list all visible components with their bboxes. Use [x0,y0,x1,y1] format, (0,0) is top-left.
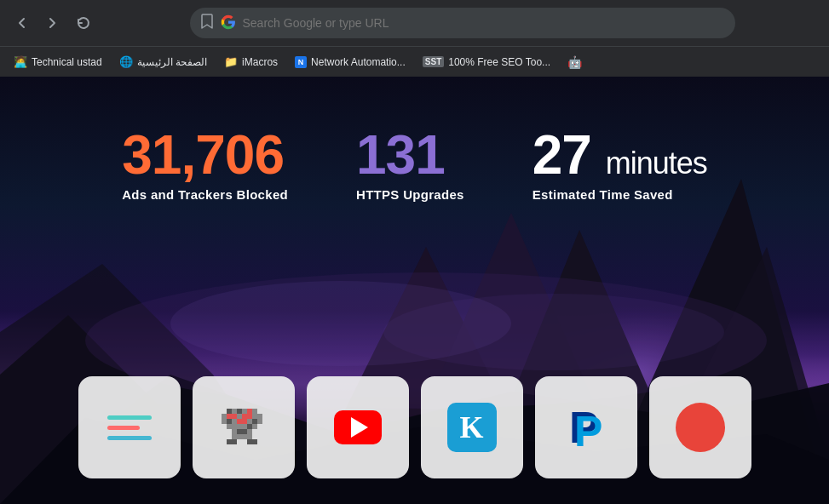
quick-access-tiles: K P P [0,376,829,478]
tile-streamline[interactable] [78,376,181,478]
svg-rect-34 [247,419,252,424]
svg-rect-46 [247,429,252,434]
svg-rect-40 [242,424,247,429]
bookmark-extensions[interactable]: 🤖 [561,52,589,72]
time-saved-number: 27 minutes [533,128,707,182]
svg-rect-38 [232,424,237,429]
svg-rect-48 [237,434,242,439]
sst-icon: SST [423,56,444,67]
svg-rect-47 [232,434,237,439]
robot-app-icon [216,400,271,455]
stats-section: 31,706 Ads and Trackers Blocked 131 HTTP… [0,128,829,202]
reload-button[interactable] [72,11,95,35]
robot-icon: 🤖 [567,55,582,69]
blue-square-icon: N [295,56,307,68]
red-circle-icon [673,400,728,455]
svg-rect-49 [242,434,247,439]
svg-rect-53 [247,439,252,444]
browser-toolbar [0,0,829,46]
svg-rect-33 [242,419,247,424]
bookmark-imacros[interactable]: 📁 iMacros [217,52,285,72]
nav-buttons [10,11,95,35]
ads-blocked-label: Ads and Trackers Blocked [122,187,288,202]
svg-rect-22 [227,414,232,419]
ads-blocked-number: 31,706 [122,128,288,182]
klarna-icon: K [445,400,499,455]
svg-rect-39 [237,424,242,429]
folder-icon: 📁 [224,55,238,68]
bookmark-technical-ustad[interactable]: 🧑‍💻 Technical ustad [7,52,109,72]
svg-rect-42 [252,424,257,429]
bookmark-label: iMacros [242,56,278,68]
svg-rect-50 [247,434,252,439]
bookmarks-bar: 🧑‍💻 Technical ustad 🌐 الصفحة الرئيسية 📁 … [0,46,829,77]
svg-rect-54 [252,439,257,444]
youtube-icon [331,400,385,455]
https-label: HTTPS Upgrades [356,187,464,202]
globe-icon: 🌐 [119,55,133,68]
ads-blocked-stat: 31,706 Ads and Trackers Blocked [122,128,288,202]
back-button[interactable] [10,11,34,35]
https-upgrades-stat: 131 HTTPS Upgrades [356,128,464,202]
svg-rect-32 [237,419,242,424]
bookmark-label: الصفحة الرئيسية [137,56,207,68]
svg-rect-20 [252,409,257,414]
svg-rect-44 [237,429,242,434]
svg-rect-25 [242,414,247,419]
svg-rect-45 [242,429,247,434]
svg-rect-51 [227,439,232,444]
tile-robot-app[interactable] [193,376,295,478]
search-input[interactable] [243,16,725,30]
bookmark-label: Technical ustad [32,56,102,68]
svg-rect-26 [247,414,252,419]
time-saved-label: Estimated Time Saved [533,187,707,202]
paypal-icon: P P [559,400,613,455]
svg-rect-24 [237,414,242,419]
svg-rect-31 [232,419,237,424]
svg-rect-18 [242,409,247,414]
forward-button[interactable] [41,11,65,35]
bookmark-icon [200,14,214,32]
bookmark-label: Network Automatio... [311,56,406,68]
svg-rect-36 [257,419,262,424]
tile-paypal[interactable]: P P [535,376,637,478]
svg-rect-30 [227,419,232,424]
svg-rect-15 [227,409,232,414]
new-tab-page: 31,706 Ads and Trackers Blocked 131 HTTP… [0,77,829,504]
bookmark-homepage-arabic[interactable]: 🌐 الصفحة الرئيسية [112,52,214,72]
svg-rect-41 [247,424,252,429]
google-g-logo [221,14,236,32]
svg-rect-23 [232,414,237,419]
svg-point-14 [383,294,724,370]
streamline-icon [102,400,157,455]
svg-rect-37 [227,424,232,429]
tile-klarna[interactable]: K [421,376,523,478]
svg-rect-52 [232,439,237,444]
youtube-play-icon [351,417,368,438]
address-bar[interactable] [190,8,735,38]
svg-rect-43 [232,429,237,434]
svg-rect-28 [257,414,262,419]
svg-rect-17 [237,409,242,414]
svg-rect-21 [222,414,227,419]
svg-rect-35 [252,419,257,424]
svg-rect-29 [222,419,227,424]
bookmark-seo-tools[interactable]: SST 100% Free SEO Too... [416,53,557,72]
tile-reeder[interactable] [649,376,751,478]
https-number: 131 [356,128,464,182]
svg-text:P: P [574,408,602,451]
svg-rect-27 [252,414,257,419]
bookmark-label: 100% Free SEO Too... [448,56,550,68]
bookmark-network-auto[interactable]: N Network Automatio... [288,53,412,72]
avatar-icon: 🧑‍💻 [14,55,27,68]
svg-rect-19 [247,409,252,414]
time-saved-stat: 27 minutes Estimated Time Saved [533,128,707,202]
tile-youtube[interactable] [307,376,409,478]
svg-rect-16 [232,409,237,414]
